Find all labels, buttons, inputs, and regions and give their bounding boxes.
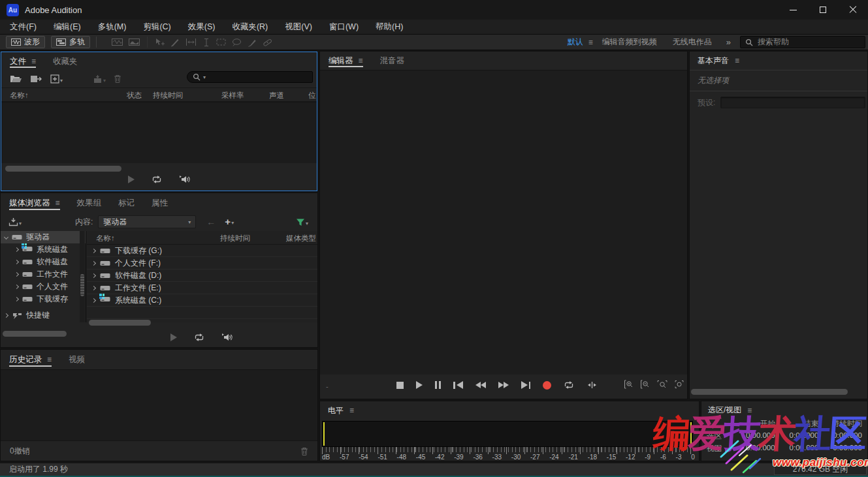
tree-item-download-cache[interactable]: 下载缓存 <box>1 293 86 305</box>
spot-healing-tool-icon[interactable] <box>263 38 272 47</box>
stop-button[interactable] <box>396 382 404 389</box>
media-row-f-drive[interactable]: 个人文件 (F:) <box>87 257 317 269</box>
tree-hscrollbar[interactable] <box>3 331 67 337</box>
move-tool-icon[interactable] <box>155 38 165 47</box>
column-name[interactable]: 名称↑ <box>10 91 29 100</box>
lasso-selection-tool-icon[interactable] <box>232 38 242 46</box>
menu-clip[interactable]: 剪辑(C) <box>135 20 179 34</box>
view-end-value[interactable]: 0:00.000 <box>775 444 819 454</box>
auto-play-button[interactable] <box>221 333 233 342</box>
pause-button[interactable] <box>435 381 441 389</box>
selection-start-value[interactable]: 0:00.000 <box>731 431 775 441</box>
spectral-display-icon[interactable] <box>129 38 140 46</box>
tab-properties[interactable]: 属性 <box>152 193 168 213</box>
filter-button[interactable]: ▾ <box>296 218 308 226</box>
level-meter[interactable] <box>322 421 693 447</box>
menu-multitrack[interactable]: 多轨(M) <box>89 20 135 34</box>
time-selection-tool-icon[interactable] <box>202 38 210 47</box>
view-duration-value[interactable]: 0:00.000 <box>818 444 862 454</box>
tree-item-software-disk[interactable]: 软件磁盘 <box>1 256 86 268</box>
clear-history-button[interactable] <box>300 447 308 456</box>
menu-help[interactable]: 帮助(H) <box>367 20 411 34</box>
tree-vscrollbar-thumb[interactable] <box>80 274 84 296</box>
history-list-empty[interactable] <box>1 369 317 441</box>
import-file-button[interactable] <box>30 74 42 84</box>
multitrack-view-button[interactable]: 多轨 <box>51 36 90 48</box>
tree-item-system-disk[interactable]: 系统磁盘 <box>1 243 86 256</box>
maximize-button[interactable] <box>808 0 838 20</box>
panel-menu-icon[interactable]: ≡ <box>31 57 36 65</box>
slip-tool-icon[interactable] <box>185 38 197 46</box>
panel-menu-icon[interactable]: ≡ <box>747 407 752 414</box>
workspace-default[interactable]: 默认 <box>561 37 590 48</box>
record-button[interactable] <box>543 381 551 390</box>
tab-effects-rack[interactable]: 效果组 <box>77 193 102 213</box>
play-button[interactable] <box>416 381 423 389</box>
panel-menu-icon[interactable]: ≡ <box>349 407 354 414</box>
import-media-button[interactable]: ▾ <box>8 217 22 226</box>
razor-tool-icon[interactable] <box>170 38 180 47</box>
editor-canvas-empty[interactable] <box>320 70 687 375</box>
tab-favorites[interactable]: 收藏夹 <box>53 52 78 70</box>
zoom-in-point-button[interactable] <box>624 380 634 389</box>
skip-to-next-button[interactable] <box>521 381 531 389</box>
essential-hscrollbar[interactable] <box>691 389 848 395</box>
selection-duration-value[interactable]: 0:00.000 <box>818 431 862 441</box>
rewind-button[interactable] <box>475 382 486 388</box>
delete-button[interactable] <box>114 74 121 84</box>
zoom-to-selection-button[interactable] <box>656 380 668 389</box>
menu-view[interactable]: 视图(V) <box>276 20 321 34</box>
media-row-d-drive[interactable]: 软件磁盘 (D:) <box>87 269 317 282</box>
tab-editor[interactable]: 编辑器 ≡ <box>329 52 363 70</box>
column-media-type[interactable]: 媒体类型 <box>286 234 316 243</box>
waveform-view-button[interactable]: 波形 <box>6 36 45 48</box>
zoom-full-button[interactable] <box>674 380 684 389</box>
loop-playback-button[interactable] <box>564 380 574 390</box>
files-list-empty[interactable] <box>1 102 317 163</box>
loop-playback-button[interactable] <box>152 175 162 184</box>
tree-item-drives[interactable]: 驱动器 <box>1 231 86 243</box>
menu-file[interactable]: 文件(F) <box>1 20 45 34</box>
workspace-edit-audio-to-video[interactable]: 编辑音频到视频 <box>596 37 664 48</box>
tree-vscrollbar[interactable] <box>80 231 85 322</box>
column-duration[interactable]: 持续时间 <box>153 91 183 100</box>
zoom-out-point-button[interactable] <box>640 380 651 389</box>
workspace-radio-production[interactable]: 无线电作品 <box>666 37 718 48</box>
media-hscrollbar[interactable] <box>89 320 151 326</box>
fast-forward-button[interactable] <box>498 382 509 388</box>
column-channels[interactable]: 声道 <box>269 91 284 100</box>
tree-item-work-files[interactable]: 工作文件 <box>1 268 86 281</box>
menu-window[interactable]: 窗口(W) <box>321 20 367 34</box>
media-row-g-drive[interactable]: 下载缓存 (G:) <box>87 245 317 257</box>
close-button[interactable] <box>838 0 868 20</box>
skip-to-previous-button[interactable] <box>453 381 463 389</box>
minimize-button[interactable] <box>778 0 808 20</box>
media-row-c-drive[interactable]: 系统磁盘 (C:) <box>87 294 317 307</box>
new-item-button[interactable]: ▾ <box>50 74 63 84</box>
tab-video[interactable]: 视频 <box>69 350 85 369</box>
play-button[interactable] <box>128 176 135 183</box>
tab-files[interactable]: 文件 ≡ <box>10 52 36 70</box>
export-button[interactable]: ▾ <box>93 74 106 84</box>
column-status[interactable]: 状态 <box>127 91 142 100</box>
tab-media-browser[interactable]: 媒体浏览器 ≡ <box>9 193 60 213</box>
help-search-input[interactable]: 搜索帮助 <box>740 36 865 48</box>
column-sample-rate[interactable]: 采样率 <box>221 91 244 100</box>
tab-mixer[interactable]: 混音器 <box>380 52 405 70</box>
auto-play-button[interactable] <box>179 175 191 184</box>
preset-input[interactable] <box>720 97 865 108</box>
loop-playback-button[interactable] <box>194 333 204 342</box>
play-button[interactable] <box>170 333 177 341</box>
media-row-e-drive[interactable]: 工作文件 (E:) <box>87 282 317 294</box>
skip-selection-button[interactable] <box>587 381 598 389</box>
view-start-value[interactable]: 0:00.000 <box>731 444 775 454</box>
content-select[interactable]: 驱动器 ▾ <box>98 215 196 228</box>
menu-effects[interactable]: 效果(S) <box>180 20 224 34</box>
tree-item-shortcuts[interactable]: 快捷键 <box>1 309 86 322</box>
column-duration[interactable]: 持续时间 <box>220 234 250 243</box>
panel-menu-icon[interactable]: ≡ <box>47 356 52 363</box>
marquee-selection-tool-icon[interactable] <box>216 38 226 46</box>
files-search-input[interactable]: ▾ <box>187 71 313 83</box>
selection-end-value[interactable]: 0:00.000 <box>775 431 819 441</box>
menu-edit[interactable]: 编辑(E) <box>45 20 89 34</box>
